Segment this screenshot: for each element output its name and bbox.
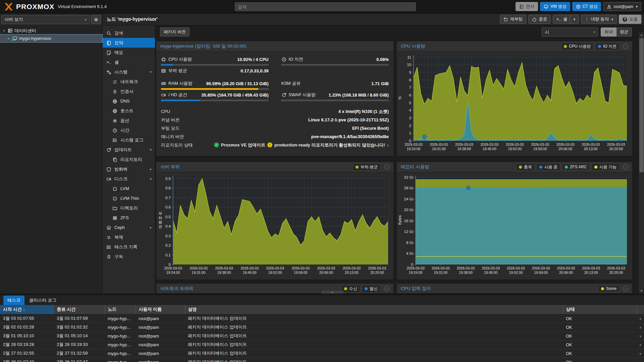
svg-text:2026-03-0319:24:00: 2026-03-0319:24:00 [407, 266, 425, 275]
column-header-3[interactable]: 사용자 이름 [136, 305, 185, 314]
splitter-handle[interactable]: ▼ [322, 291, 343, 294]
menu-item-lvm[interactable]: LVM [103, 184, 155, 193]
clock-icon [281, 57, 286, 62]
user-menu-button[interactable]: root@pam ▾ [603, 2, 641, 11]
vertical-scrollbar[interactable]: ▲ ▼ [638, 32, 644, 294]
task-cell: 패키지 데이터베이스 업데이트 [185, 331, 563, 340]
menu-item-label: DNS [120, 99, 129, 104]
menu-item-summary[interactable]: 요약 [103, 38, 155, 48]
svg-text:0.2: 0.2 [165, 243, 171, 247]
menu-item-directory[interactable]: 디렉토리 [103, 203, 155, 213]
menu-item-ceph[interactable]: Ceph▸ [103, 223, 155, 232]
tree-item-node[interactable]: ▸ mygo-hypervisor [0, 35, 102, 42]
legend-item[interactable]: ZFS ARC [562, 164, 590, 170]
menu-item-zfs[interactable]: ZFS [103, 213, 155, 223]
collapse-icon[interactable]: − [384, 286, 389, 291]
reboot-button[interactable]: 재부팅 [500, 15, 527, 24]
menu-item-syslog[interactable]: 시스템 로그 [103, 135, 155, 145]
task-row[interactable]: 3월 01 05:10:103월 01 05:10:14mygo-hype...… [0, 331, 644, 340]
task-row[interactable]: 3월 02 01:02:283월 02 01:02:32mygo-hype...… [0, 323, 644, 331]
legend-item[interactable]: 부하 평균 [353, 163, 381, 171]
menu-item-certificates[interactable]: 인증서 [103, 86, 155, 96]
menu-item-disks[interactable]: 디스크▾ [103, 174, 155, 184]
chart-legend: Some− [598, 285, 628, 292]
task-row[interactable]: 2월 26 01:07:432월 26 01:07:47mygo-hype...… [0, 358, 644, 362]
menu-item-network[interactable]: 네트워크 [103, 77, 155, 86]
create-ct-button[interactable]: CT 생성 [572, 2, 601, 11]
scroll-down-icon[interactable]: ▼ [639, 288, 644, 294]
menu-item-dns[interactable]: DNS [103, 96, 155, 106]
column-header-5[interactable]: 상태 [563, 305, 637, 314]
row-chevron-icon[interactable]: › [637, 323, 644, 331]
scrollbar-thumb[interactable] [639, 38, 644, 172]
graph-avg-button[interactable]: 평균 [616, 27, 632, 37]
legend-item[interactable]: Some [598, 285, 620, 292]
tree-settings-button[interactable] [91, 15, 101, 24]
menu-item-repositories[interactable]: 리포지토리 [103, 155, 155, 164]
task-row[interactable]: 2월 27 01:32:552월 27 01:32:59mygo-hype...… [0, 349, 644, 358]
menu-item-shell[interactable]: >_셸 [103, 57, 155, 67]
menu-item-replication[interactable]: 복제 [103, 232, 155, 242]
legend-item[interactable]: CPU 사용량 [561, 43, 594, 50]
row-chevron-icon[interactable]: › [637, 314, 644, 323]
server-view-select[interactable]: 서버 보기 ▾ [1, 15, 90, 24]
chevron-right-icon[interactable]: › [387, 142, 389, 148]
info-row: 리포지토리 상태✓Proxmox VE 업데이트!production-read… [161, 141, 389, 149]
menu-item-lvm-thin[interactable]: LVM-Thin [103, 193, 155, 203]
collapse-icon[interactable]: − [623, 164, 628, 170]
menu-item-options[interactable]: 옵션 [103, 116, 155, 125]
row-chevron-icon[interactable]: › [637, 358, 644, 362]
network-traffic-chart-card: 네트워크 트래픽수신발신− [156, 283, 394, 294]
task-cell: root@pam [136, 314, 185, 323]
legend-item[interactable]: 사용 중 [536, 163, 560, 171]
chip-icon [161, 57, 166, 62]
menu-item-subscription[interactable]: 구독 [103, 252, 155, 261]
legend-item[interactable]: 총계 [516, 163, 535, 171]
menu-item-task-history[interactable]: 테스크 기록 [103, 242, 155, 252]
shell-button[interactable]: >_ 셸 ▾ [553, 15, 579, 24]
chart-title-load: 서버 부하 [160, 164, 180, 170]
global-search-input[interactable] [235, 2, 416, 11]
row-chevron-icon[interactable]: › [637, 331, 644, 340]
tab-tasks[interactable]: 테스크 [3, 296, 24, 305]
column-header-1[interactable]: 종료 시간 [54, 305, 105, 314]
column-header-2[interactable]: 노드 [105, 305, 136, 314]
menu-item-system[interactable]: 시스템▾ [103, 67, 155, 77]
package-versions-button[interactable]: 패키지 버전 [160, 27, 190, 37]
time-range-select[interactable]: 시 ▾ [542, 27, 598, 37]
documentation-button[interactable]: 문서 [516, 2, 538, 11]
collapse-icon[interactable]: − [623, 44, 628, 49]
task-row[interactable]: 2월 28 03:19:282월 28 03:19:33mygo-hype...… [0, 340, 644, 349]
menu-item-updates[interactable]: 업데이트▾ [103, 145, 155, 155]
scroll-up-icon[interactable]: ▲ [639, 32, 644, 38]
tree-item-datacenter[interactable]: ▾ 데이터센터 [0, 27, 102, 35]
collapse-icon[interactable]: − [384, 164, 389, 170]
help-button[interactable]: ? 도움 [619, 15, 641, 24]
legend-item[interactable]: 발신 [362, 285, 381, 293]
row-chevron-icon[interactable]: › [637, 340, 644, 349]
menu-item-hosts[interactable]: 호스트 [103, 106, 155, 116]
shutdown-button[interactable]: 종료 [528, 15, 551, 24]
menu-item-time[interactable]: 시간 [103, 125, 155, 135]
ram-icon [161, 81, 166, 86]
bulk-actions-button[interactable]: ⋮ 대량 동작 ▾ [581, 15, 617, 24]
svg-text:2026-03-0319:45:00: 2026-03-0319:45:00 [240, 266, 259, 275]
chevron-down-icon: ▾ [611, 17, 613, 21]
legend-item[interactable]: 사용 가능 [591, 163, 620, 171]
menu-item-notes[interactable]: 메모 [103, 48, 155, 57]
column-header-4[interactable]: 설명 [185, 305, 563, 314]
legend-item[interactable]: IO 지연 [595, 43, 620, 50]
task-row[interactable]: 3월 03 01:07:553월 03 01:07:59mygo-hype...… [0, 314, 644, 323]
legend-item[interactable]: 수신 [341, 285, 360, 293]
caret-right-icon: ▸ [150, 167, 152, 171]
book-icon [106, 40, 112, 45]
create-vm-button[interactable]: VM 생성 [540, 2, 570, 11]
menu-item-firewall[interactable]: 방화벽▸ [103, 164, 155, 174]
collapse-icon[interactable]: − [623, 286, 628, 291]
row-chevron-icon[interactable]: › [637, 349, 644, 358]
graph-max-button[interactable]: 최대 [601, 27, 616, 37]
tab-cluster-log[interactable]: 클러스터 로그 [25, 296, 61, 305]
menu-item-search[interactable]: 검색 [103, 28, 155, 38]
chevron-down-icon: ▾ [574, 17, 575, 21]
column-header-0[interactable]: 시작 시간↓ [0, 305, 54, 314]
